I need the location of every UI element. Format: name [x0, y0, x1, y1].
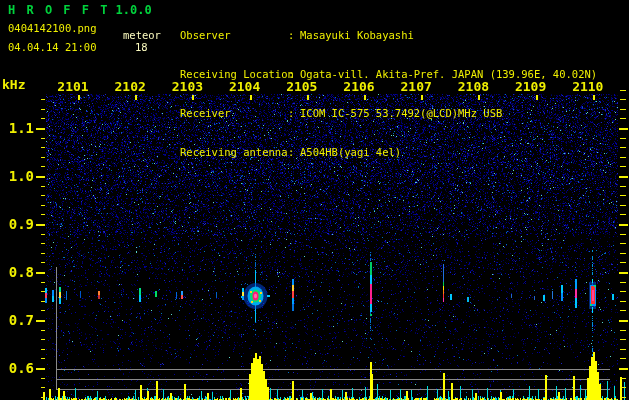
- output-filename: 0404142100.png: [8, 22, 97, 35]
- time-axis-label: 2106: [343, 79, 374, 94]
- info-row-receiver: Receiver:ICOM IC-575 53.7492(@LCD)MHz US…: [180, 107, 597, 120]
- info-row-antenna: Receiving antenna:A504HB(yagi 4el): [180, 146, 597, 159]
- time-axis-label: 2102: [115, 79, 146, 94]
- info-colon: :: [288, 146, 300, 159]
- info-value: Masayuki Kobayashi: [300, 29, 414, 41]
- time-axis-label: 2104: [229, 79, 260, 94]
- time-axis-label: 2103: [172, 79, 203, 94]
- observation-datetime: 04.04.14 21:00: [8, 41, 97, 54]
- station-info: Observer:Masayuki Kobayashi Receiving Lo…: [180, 3, 597, 185]
- freq-axis-label: 0.7: [0, 312, 34, 328]
- time-axis-label: 2105: [286, 79, 317, 94]
- time-axis-label: 2107: [401, 79, 432, 94]
- y-axis-unit-label: kHz: [2, 77, 25, 92]
- time-axis-label: 2109: [515, 79, 546, 94]
- app-version: 1.0.0: [115, 3, 151, 17]
- app-title-text: H R O F F T: [8, 3, 109, 17]
- hrofft-screen: H R O F F T1.0.0 0404142100.png meteor 0…: [0, 0, 629, 400]
- freq-axis-label: 0.6: [0, 360, 34, 376]
- info-row-observer: Observer:Masayuki Kobayashi: [180, 29, 597, 42]
- time-axis-label: 2110: [572, 79, 603, 94]
- info-value: A504HB(yagi 4el): [300, 146, 401, 158]
- freq-axis-label: 0.8: [0, 264, 34, 280]
- app-title: H R O F F T1.0.0: [8, 3, 152, 17]
- time-axis-label: 2108: [458, 79, 489, 94]
- info-label: Observer: [180, 29, 288, 42]
- meteor-count: 18: [135, 41, 148, 54]
- freq-axis-label: 0.9: [0, 216, 34, 232]
- info-colon: :: [288, 29, 300, 42]
- info-label: Receiving antenna: [180, 146, 288, 159]
- info-colon: :: [288, 107, 300, 120]
- freq-axis-label: 1.1: [0, 120, 34, 136]
- time-axis-label: 2101: [57, 79, 88, 94]
- info-label: Receiver: [180, 107, 288, 120]
- freq-axis-label: 1.0: [0, 168, 34, 184]
- info-value: ICOM IC-575 53.7492(@LCD)MHz USB: [300, 107, 502, 119]
